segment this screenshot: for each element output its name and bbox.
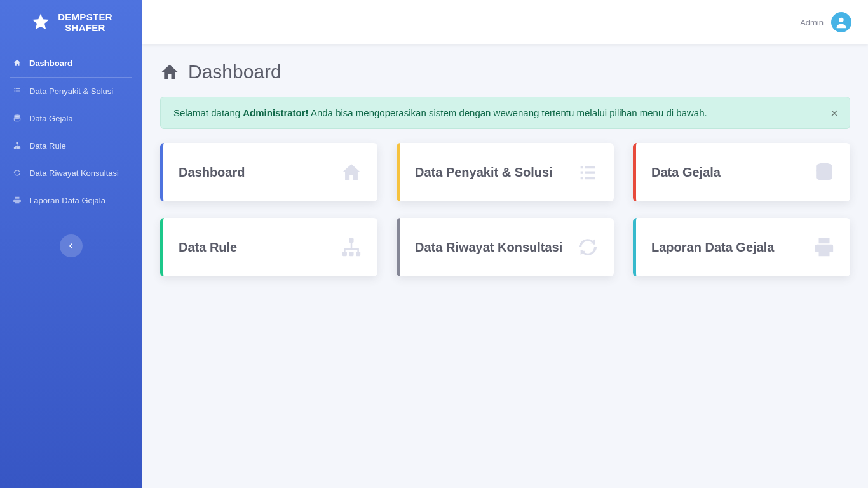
- welcome-alert: Selamat datang Administrator! Anda bisa …: [160, 97, 850, 129]
- chevron-left-icon: [67, 242, 75, 250]
- sitemap-icon: [11, 141, 23, 150]
- sidebar-item-label: Data Gejala: [29, 114, 73, 123]
- content: Dashboard Selamat datang Administrator! …: [142, 44, 868, 293]
- svg-rect-3: [349, 238, 353, 243]
- sidebar-nav: Dashboard Data Penyakit & Solusi Data Ge…: [0, 50, 142, 223]
- user-menu[interactable]: Admin: [800, 12, 851, 32]
- topbar: Admin: [142, 0, 868, 44]
- page-title-row: Dashboard: [160, 61, 850, 83]
- brand[interactable]: DEMPSTERSHAFER: [0, 0, 142, 43]
- sidebar-collapse-button[interactable]: [60, 234, 83, 257]
- card-penyakit[interactable]: Data Penyakit & Solusi: [397, 143, 614, 201]
- card-dashboard[interactable]: Dashboard: [160, 143, 377, 201]
- sidebar-item-label: Data Penyakit & Solusi: [29, 86, 113, 96]
- print-icon: [11, 196, 23, 205]
- alert-text: Selamat datang Administrator! Anda bisa …: [173, 107, 707, 118]
- sidebar-item-label: Data Rule: [29, 141, 66, 151]
- card-title: Dashboard: [179, 165, 245, 180]
- avatar: [831, 12, 851, 32]
- database-icon: [813, 161, 835, 183]
- card-title: Data Gejala: [651, 165, 721, 180]
- brand-text: DEMPSTERSHAFER: [58, 11, 112, 34]
- card-rule[interactable]: Data Rule: [160, 218, 377, 276]
- sidebar: DEMPSTERSHAFER Dashboard Data Penyakit &…: [0, 0, 142, 488]
- sidebar-item-penyakit[interactable]: Data Penyakit & Solusi: [0, 78, 142, 105]
- sidebar-item-label: Data Riwayat Konsultasi: [29, 168, 119, 178]
- sidebar-item-dashboard[interactable]: Dashboard: [0, 50, 142, 77]
- card-laporan[interactable]: Laporan Data Gejala: [633, 218, 850, 276]
- card-title: Data Penyakit & Solusi: [415, 165, 553, 180]
- sidebar-item-label: Dashboard: [29, 58, 72, 68]
- sync-icon: [11, 168, 23, 177]
- close-icon: ×: [831, 106, 838, 120]
- card-riwayat[interactable]: Data Riwayat Konsultasi: [397, 218, 614, 276]
- card-gejala[interactable]: Data Gejala: [633, 143, 850, 201]
- card-title: Data Rule: [179, 240, 237, 255]
- home-icon: [160, 62, 179, 81]
- home-icon: [341, 161, 362, 183]
- sitemap-icon: [341, 236, 362, 258]
- list-icon: [11, 86, 23, 95]
- sidebar-item-riwayat[interactable]: Data Riwayat Konsultasi: [0, 159, 142, 187]
- home-icon: [11, 58, 23, 67]
- dashboard-cards: Dashboard Data Penyakit & Solusi Data Ge…: [160, 143, 850, 276]
- sidebar-item-rule[interactable]: Data Rule: [0, 132, 142, 159]
- svg-point-1: [839, 18, 843, 22]
- card-title: Data Riwayat Konsultasi: [415, 240, 562, 255]
- sidebar-divider: [10, 43, 132, 43]
- user-label: Admin: [800, 18, 824, 27]
- print-icon: [813, 236, 835, 258]
- list-icon: [577, 161, 599, 183]
- page-title: Dashboard: [188, 61, 281, 83]
- card-title: Laporan Data Gejala: [651, 240, 774, 255]
- svg-rect-5: [349, 252, 353, 256]
- main: Admin Dashboard Selamat datang Administr…: [142, 0, 868, 488]
- sidebar-item-label: Laporan Data Gejala: [29, 196, 105, 205]
- sync-icon: [577, 236, 599, 258]
- sidebar-item-gejala[interactable]: Data Gejala: [0, 105, 142, 132]
- svg-rect-6: [356, 252, 360, 256]
- svg-rect-4: [342, 252, 347, 256]
- sidebar-item-laporan[interactable]: Laporan Data Gejala: [0, 187, 142, 214]
- alert-close-button[interactable]: ×: [828, 104, 841, 122]
- database-icon: [11, 114, 23, 123]
- star-icon: [30, 11, 51, 33]
